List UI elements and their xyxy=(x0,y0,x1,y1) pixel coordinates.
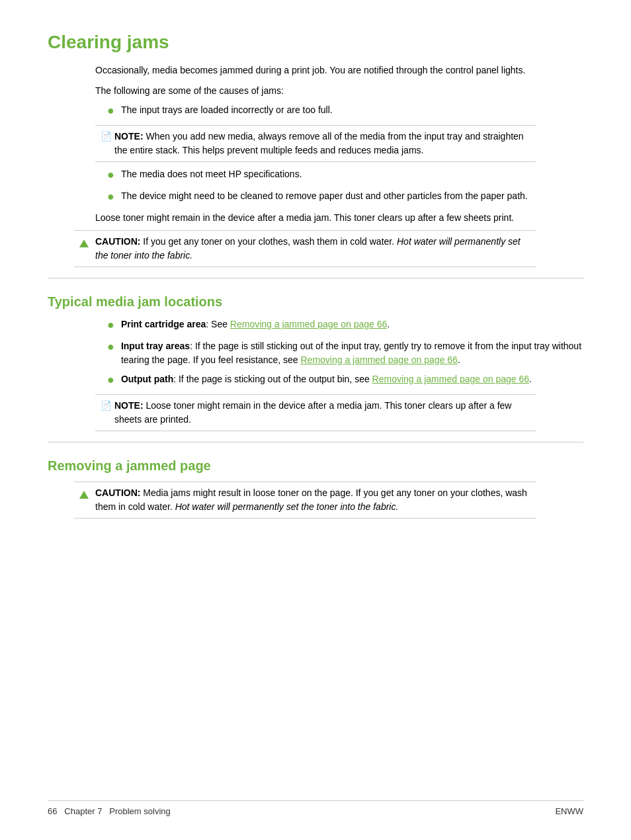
bullet-item-1: ● The input trays are loaded incorrectly… xyxy=(107,103,583,120)
caution-label-1: CAUTION: xyxy=(95,236,140,247)
caution-box-2: CAUTION: Media jams might result in loos… xyxy=(74,482,536,519)
bullet-text-2: The media does not meet HP specification… xyxy=(121,167,302,181)
bullet-text-3: The device might need to be cleaned to r… xyxy=(121,189,528,203)
section-divider-2 xyxy=(48,442,583,442)
note-icon-1: 📄 xyxy=(101,130,112,144)
jam-bullet-item-3: ● Output path: If the page is sticking o… xyxy=(107,372,583,389)
note-content-1: NOTE: When you add new media, always rem… xyxy=(114,130,530,157)
note-label-2: NOTE: xyxy=(114,400,144,411)
jam-bullet-text-part-3: : If the page is sticking out of the out… xyxy=(173,374,372,384)
caution-text-1: If you get any toner on your clothes, wa… xyxy=(143,236,394,247)
jam-bullet-dot-3: ● xyxy=(107,371,114,389)
jam-bullet-text-1: Print cartridge area: See Removing a jam… xyxy=(121,317,390,331)
page-container: Clearing jams Occasionally, media become… xyxy=(0,0,631,577)
jam-bullet-item-2: ● Input tray areas: If the page is still… xyxy=(107,339,583,367)
bullet-item-2: ● The media does not meet HP specificati… xyxy=(107,167,583,184)
main-title: Clearing jams xyxy=(48,32,583,53)
note-icon-2: 📄 xyxy=(101,399,112,413)
caution-italic-2: Hot water will permanently set the toner… xyxy=(175,501,399,512)
caution-triangle-icon-1 xyxy=(79,235,91,249)
note-label-1: NOTE: xyxy=(114,131,144,142)
jam-bullet-text-part-1: : See xyxy=(206,319,230,329)
note-box-2: 📄 NOTE: Loose toner might remain in the … xyxy=(95,394,536,431)
bullet-text-1: The input trays are loaded incorrectly o… xyxy=(121,103,333,117)
caution-content-1: CAUTION: If you get any toner on your cl… xyxy=(95,235,530,263)
caution-label-2: CAUTION: xyxy=(95,487,140,498)
note-content-2: NOTE: Loose toner might remain in the de… xyxy=(114,399,530,427)
bullet-dot-1: ● xyxy=(107,102,114,120)
bullet-dot-2: ● xyxy=(107,166,114,184)
caution-box-1: CAUTION: If you get any toner on your cl… xyxy=(74,230,536,267)
jam-bullet-item-1: ● Print cartridge area: See Removing a j… xyxy=(107,317,583,334)
note-box-1: 📄 NOTE: When you add new media, always r… xyxy=(95,125,536,162)
intro-paragraph-1: Occasionally, media becomes jammed durin… xyxy=(95,63,583,77)
footer-chapter: Chapter 7 xyxy=(64,806,102,816)
bullet-dot-3: ● xyxy=(107,188,114,206)
caution-triangle-icon-2 xyxy=(79,487,91,500)
jam-bullet-text-2: Input tray areas: If the page is still s… xyxy=(121,339,583,367)
bullet-item-3: ● The device might need to be cleaned to… xyxy=(107,189,583,206)
jam-bullet-link-1[interactable]: Removing a jammed page on page 66 xyxy=(230,319,387,329)
jam-bullet-bold-3: Output path xyxy=(121,374,173,384)
loose-toner-text: Loose toner might remain in the device a… xyxy=(95,211,583,225)
footer-left: 66 Chapter 7 Problem solving xyxy=(48,806,171,816)
triangle-shape-2 xyxy=(79,491,89,499)
jam-bullet-after-1: . xyxy=(387,319,390,329)
footer-right: ENWW xyxy=(555,806,583,816)
jam-bullet-list: ● Print cartridge area: See Removing a j… xyxy=(107,317,583,389)
jam-bullet-text-3: Output path: If the page is sticking out… xyxy=(121,372,532,386)
note-text-1: When you add new media, always remove al… xyxy=(114,131,524,155)
causes-intro: The following are some of the causes of … xyxy=(95,84,583,98)
jam-bullet-dot-1: ● xyxy=(107,316,114,334)
caution-content-2: CAUTION: Media jams might result in loos… xyxy=(95,486,530,514)
section3-title: Removing a jammed page xyxy=(48,458,583,474)
section-divider-1 xyxy=(48,278,583,278)
bullet-list-causes-2: ● The media does not meet HP specificati… xyxy=(107,167,583,206)
jam-bullet-after-3: . xyxy=(529,374,532,384)
page-footer: 66 Chapter 7 Problem solving ENWW xyxy=(48,800,583,816)
jam-bullet-after-2: . xyxy=(458,355,460,365)
footer-chapter-label: Problem solving xyxy=(109,806,171,816)
jam-bullet-bold-1: Print cartridge area xyxy=(121,319,206,329)
triangle-shape-1 xyxy=(79,239,89,247)
jam-bullet-link-3[interactable]: Removing a jammed page on page 66 xyxy=(372,374,529,384)
note-text-2: Loose toner might remain in the device a… xyxy=(114,400,511,425)
jam-bullet-dot-2: ● xyxy=(107,338,114,356)
section2-title: Typical media jam locations xyxy=(48,294,583,310)
jam-bullet-bold-2: Input tray areas xyxy=(121,341,190,351)
bullet-list-causes: ● The input trays are loaded incorrectly… xyxy=(107,103,583,120)
footer-page-number: 66 xyxy=(48,806,57,816)
jam-bullet-link-2[interactable]: Removing a jammed page on page 66 xyxy=(301,355,458,365)
